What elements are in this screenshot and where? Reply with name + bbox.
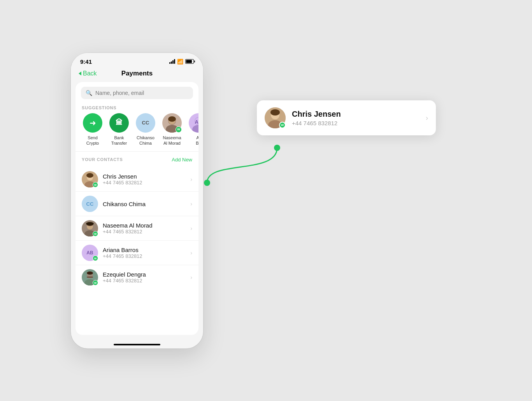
- ariana-label: ArBa: [196, 135, 198, 146]
- back-label: Back: [83, 70, 97, 77]
- ariana-barros-chevron-icon: ›: [190, 250, 192, 256]
- naseema-avatar-wrap: W: [162, 113, 182, 133]
- popup-contact-name: Chris Jensen: [292, 110, 420, 119]
- connector-curve: [203, 124, 281, 210]
- ariana-avatar-wrap: AB W: [189, 113, 198, 133]
- contact-row-ezequiel-dengra[interactable]: W Ezequiel Dengra +44 7465 832812 ›: [75, 265, 198, 289]
- phone-frame: 9:41 📶 Back Payments 🔍 SUGGESTIONS: [71, 53, 203, 348]
- naseema-w-badge: W: [176, 126, 182, 133]
- naseema-al-morad-avatar-wrap: W: [82, 220, 98, 236]
- ariana-barros-info: Ariana Barros +44 7465 832812: [103, 247, 186, 259]
- svg-point-11: [86, 173, 93, 178]
- svg-rect-21: [87, 277, 93, 278]
- suggestion-send-crypto[interactable]: ➜ SendCrypto: [81, 113, 104, 146]
- chikanso-chima-info: Chikanso Chima: [103, 201, 186, 207]
- chikanso-avatar: CC: [136, 113, 155, 133]
- chris-jensen-name: Chris Jensen: [103, 173, 186, 180]
- signal-bars-icon: [169, 59, 175, 64]
- search-input[interactable]: [95, 90, 188, 96]
- bank-transfer-avatar: 🏛: [109, 113, 129, 133]
- ezequiel-dengra-w-badge: W: [93, 280, 98, 285]
- naseema-label: NaseemaAl Morad: [163, 135, 181, 146]
- suggestion-naseema[interactable]: W NaseemaAl Morad: [160, 113, 184, 146]
- bank-transfer-label: BankTransfer: [111, 135, 127, 146]
- ezequiel-dengra-chevron-icon: ›: [190, 274, 192, 280]
- svg-point-27: [270, 109, 280, 116]
- naseema-al-morad-w-badge: W: [93, 231, 98, 236]
- wifi-icon: 📶: [177, 59, 183, 65]
- svg-point-22: [204, 180, 210, 186]
- naseema-al-morad-phone: +44 7465 832812: [103, 229, 186, 235]
- chikanso-chima-avatar-wrap: CC: [82, 196, 98, 212]
- popup-avatar-wrap: W: [265, 107, 286, 128]
- suggestion-bank-transfer[interactable]: 🏛 BankTransfer: [107, 113, 131, 146]
- chikanso-chima-name: Chikanso Chima: [103, 201, 186, 207]
- popup-chevron-icon: ›: [426, 114, 428, 122]
- suggestion-ariana[interactable]: AB W ArBa: [187, 113, 198, 146]
- svg-point-16: [86, 222, 94, 225]
- chris-jensen-phone: +44 7465 832812: [103, 180, 186, 186]
- naseema-al-morad-chevron-icon: ›: [190, 225, 192, 231]
- popup-w-badge: W: [279, 122, 286, 128]
- arrow-right-icon: ➜: [90, 118, 96, 128]
- chikanso-avatar-wrap: CC: [136, 113, 155, 133]
- search-bar[interactable]: 🔍: [81, 87, 193, 99]
- home-indicator: [114, 344, 160, 345]
- chris-jensen-chevron-icon: ›: [190, 176, 192, 182]
- chikanso-chima-initials: CC: [86, 201, 94, 207]
- contact-row-chikanso-chima[interactable]: CC Chikanso Chima ›: [75, 192, 198, 216]
- suggestions-row: ➜ SendCrypto 🏛 BankTransfer CC ChikansoC…: [75, 113, 198, 152]
- popup-contact-phone: +44 7465 832812: [292, 120, 420, 126]
- contacts-header: YOUR CONTACTS Add New: [75, 152, 198, 167]
- ariana-barros-initials: AB: [86, 250, 93, 256]
- back-button[interactable]: Back: [79, 70, 97, 77]
- back-chevron-icon: [79, 72, 81, 75]
- svg-point-23: [274, 145, 280, 151]
- contact-row-ariana-barros[interactable]: AB W Ariana Barros +44 7465 832812 ›: [75, 241, 198, 265]
- svg-point-5: [192, 125, 198, 133]
- ariana-barros-name: Ariana Barros: [103, 247, 186, 253]
- add-new-button[interactable]: Add New: [172, 157, 192, 163]
- ariana-barros-avatar-wrap: AB W: [82, 245, 98, 261]
- ariana-avatar-svg: AB: [189, 113, 198, 133]
- naseema-al-morad-info: Naseema Al Morad +44 7465 832812: [103, 222, 186, 235]
- status-icons: 📶: [169, 59, 194, 65]
- ariana-barros-w-badge: W: [93, 256, 98, 261]
- svg-point-3: [168, 116, 176, 122]
- suggestion-chikanso-chima[interactable]: CC ChikansoChima: [134, 113, 157, 146]
- nav-bar: Back Payments: [71, 68, 203, 82]
- battery-icon: [185, 59, 194, 64]
- contact-row-chris-jensen[interactable]: W Chris Jensen +44 7465 832812 ›: [75, 167, 198, 192]
- status-bar: 9:41 📶: [71, 53, 203, 68]
- ezequiel-dengra-avatar-wrap: W: [82, 269, 98, 285]
- search-icon: 🔍: [86, 90, 92, 96]
- chris-jensen-info: Chris Jensen +44 7465 832812: [103, 173, 186, 186]
- status-time: 9:41: [80, 58, 92, 65]
- ezequiel-dengra-info: Ezequiel Dengra +44 7465 832812: [103, 271, 186, 284]
- send-crypto-avatar: ➜: [83, 113, 102, 133]
- svg-point-20: [87, 271, 93, 275]
- popup-card[interactable]: W Chris Jensen +44 7465 832812 ›: [257, 100, 436, 135]
- bank-icon: 🏛: [116, 119, 123, 127]
- contacts-list: W Chris Jensen +44 7465 832812 › CC Chik…: [75, 167, 198, 289]
- suggestions-section-label: SUGGESTIONS: [75, 103, 198, 113]
- chikanso-chima-chevron-icon: ›: [190, 201, 192, 207]
- chikanso-initials: CC: [142, 120, 149, 126]
- chikanso-chima-avatar: CC: [82, 196, 98, 212]
- contacts-section-label: YOUR CONTACTS: [82, 154, 123, 165]
- chikanso-label: ChikansoChima: [137, 135, 155, 146]
- ariana-barros-phone: +44 7465 832812: [103, 253, 186, 259]
- ezequiel-dengra-phone: +44 7465 832812: [103, 278, 186, 284]
- chris-jensen-w-badge: W: [93, 182, 98, 187]
- ezequiel-dengra-name: Ezequiel Dengra: [103, 271, 186, 278]
- ariana-avatar: AB: [189, 113, 198, 133]
- contact-row-naseema-al-morad[interactable]: W Naseema Al Morad +44 7465 832812 ›: [75, 216, 198, 241]
- svg-text:AB: AB: [195, 119, 198, 125]
- chris-jensen-avatar-wrap: W: [82, 171, 98, 187]
- page-title: Payments: [121, 70, 153, 77]
- popup-info: Chris Jensen +44 7465 832812: [292, 110, 420, 126]
- phone-content: 🔍 SUGGESTIONS ➜ SendCrypto 🏛 BankTransfe…: [75, 82, 198, 335]
- send-crypto-label: SendCrypto: [86, 135, 99, 146]
- naseema-al-morad-name: Naseema Al Morad: [103, 222, 186, 229]
